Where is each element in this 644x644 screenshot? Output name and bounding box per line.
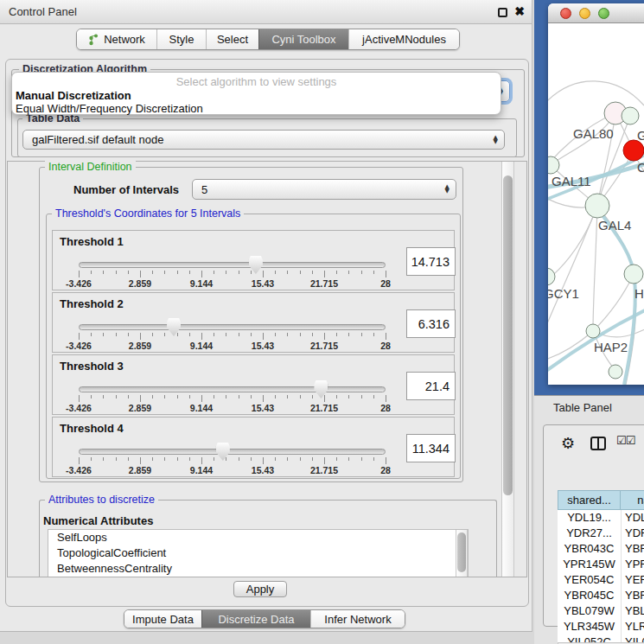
minor-tick bbox=[300, 395, 301, 399]
minor-tick bbox=[312, 395, 313, 399]
cell-name[interactable]: YDR2 bbox=[621, 526, 644, 541]
minor-tick bbox=[287, 271, 288, 274]
threshold-value-field[interactable]: 6.316 bbox=[406, 309, 456, 338]
table-data-combobox[interactable]: galFiltered.sif default node ▲▼ bbox=[22, 130, 505, 150]
network-node-ga[interactable] bbox=[622, 107, 639, 124]
minor-tick bbox=[287, 457, 288, 461]
cell-name[interactable]: YDL1 bbox=[621, 510, 644, 526]
cell-shared-name[interactable]: YBR045C bbox=[558, 588, 621, 603]
threshold-slider-track[interactable] bbox=[79, 262, 386, 268]
attribute-list-item[interactable]: BetweennessCentrality bbox=[48, 561, 468, 577]
tab-network[interactable]: Network bbox=[77, 29, 156, 49]
split-columns-icon[interactable] bbox=[590, 437, 606, 450]
close-icon[interactable]: ✖ bbox=[514, 4, 525, 18]
network-node-gcy1[interactable] bbox=[548, 268, 555, 285]
minor-tick bbox=[103, 395, 104, 399]
number-of-intervals-combobox[interactable]: 5 ▲▼ bbox=[192, 179, 456, 200]
tab-style[interactable]: Style bbox=[156, 29, 206, 49]
table-row[interactable]: YBR045CYBR0 bbox=[558, 588, 644, 603]
minor-tick bbox=[214, 457, 214, 461]
settings-gear-icon[interactable]: ⚙ bbox=[561, 434, 575, 452]
minor-tick bbox=[361, 395, 362, 399]
threshold-slider-thumb[interactable] bbox=[216, 443, 230, 461]
apply-button[interactable]: Apply bbox=[233, 581, 287, 597]
minor-tick bbox=[128, 395, 129, 399]
close-traffic-light-icon[interactable] bbox=[560, 8, 571, 19]
algorithm-option[interactable]: Equal Width/Frequency Discretization bbox=[16, 102, 203, 115]
tab-select[interactable]: Select bbox=[206, 29, 258, 49]
tab-label: Network bbox=[104, 33, 145, 46]
algorithm-hint-item[interactable]: Select algorithm to view settings bbox=[12, 75, 501, 88]
tab-cyni-toolbox[interactable]: Cyni Toolbox bbox=[258, 29, 348, 49]
cell-name[interactable]: YLR3 bbox=[621, 619, 644, 634]
tick-label: 15.43 bbox=[252, 465, 274, 475]
network-node[interactable] bbox=[609, 365, 622, 379]
cell-name[interactable]: YER0 bbox=[621, 572, 644, 588]
cell-shared-name[interactable]: YDR27... bbox=[558, 526, 621, 541]
minor-tick bbox=[251, 333, 252, 336]
combo-stepper-icon: ▲▼ bbox=[494, 136, 498, 144]
minor-tick bbox=[361, 457, 362, 461]
major-tick bbox=[201, 457, 202, 464]
minor-tick bbox=[226, 333, 226, 336]
table-row[interactable]: YDR27...YDR2 bbox=[558, 526, 644, 541]
cell-shared-name[interactable]: YER054C bbox=[558, 572, 621, 588]
tick-label: 28 bbox=[380, 403, 391, 413]
tab-infer-network[interactable]: Infer Network bbox=[310, 610, 405, 628]
minimize-traffic-light-icon[interactable] bbox=[579, 8, 590, 19]
threshold-value-field[interactable]: 21.4 bbox=[406, 372, 456, 400]
network-node-gal4[interactable] bbox=[585, 194, 609, 218]
table-row[interactable]: YBL079WYBL0 bbox=[558, 603, 644, 619]
minor-tick bbox=[189, 395, 190, 399]
threshold-value-field[interactable]: 14.713 bbox=[406, 247, 456, 276]
cell-shared-name[interactable]: YPR145W bbox=[558, 557, 621, 572]
cell-shared-name[interactable]: YLR345W bbox=[558, 619, 621, 634]
tab-impute-data[interactable]: Impute Data bbox=[124, 610, 201, 628]
network-node-hap2[interactable] bbox=[586, 324, 600, 338]
float-window-icon[interactable] bbox=[498, 8, 507, 17]
network-node-c[interactable] bbox=[623, 140, 644, 161]
cell-shared-name[interactable]: YDL19... bbox=[558, 510, 621, 526]
minor-tick bbox=[239, 333, 239, 336]
column-header[interactable]: name bbox=[621, 490, 644, 510]
threshold-slider-track[interactable] bbox=[79, 324, 386, 330]
threshold-slider-thumb[interactable] bbox=[314, 380, 328, 399]
threshold-slider-track[interactable] bbox=[79, 449, 386, 455]
select-columns-checkboxes-icon[interactable]: ☑☑ bbox=[616, 434, 634, 447]
threshold-slider-track[interactable] bbox=[79, 386, 386, 392]
minor-tick bbox=[116, 395, 117, 399]
cell-name[interactable]: YBR0 bbox=[621, 588, 644, 603]
tab-jactivemnodules[interactable]: jActiveMNodules bbox=[348, 29, 459, 49]
minor-tick bbox=[91, 271, 92, 274]
attributes-list-scrollbar-thumb[interactable] bbox=[457, 532, 466, 572]
minor-tick bbox=[251, 395, 252, 399]
minor-tick bbox=[239, 457, 239, 461]
cell-name[interactable]: YBL0 bbox=[621, 603, 644, 619]
table-row[interactable]: YLR345WYLR3 bbox=[558, 619, 644, 634]
table-row[interactable]: YBR043CYBR0 bbox=[558, 541, 644, 557]
network-node-h[interactable] bbox=[624, 265, 643, 284]
cell-name[interactable]: YBR0 bbox=[621, 541, 644, 557]
algorithm-option[interactable]: Manual Discretization bbox=[16, 89, 131, 102]
network-canvas[interactable]: GAL80GACGAL11GAL4GCY1HHAP2 bbox=[548, 23, 644, 385]
cell-name[interactable]: YPR1 bbox=[621, 557, 644, 572]
node-label: HAP2 bbox=[594, 340, 628, 354]
tab-discretize-data[interactable]: Discretize Data bbox=[201, 610, 310, 628]
minor-tick bbox=[164, 457, 165, 461]
vertical-scrollbar-thumb[interactable] bbox=[503, 175, 513, 495]
tick-label: 21.715 bbox=[310, 341, 338, 351]
attribute-list-item[interactable]: TopologicalCoefficient bbox=[48, 545, 468, 561]
minor-tick bbox=[152, 271, 153, 274]
tick-label: 2.859 bbox=[129, 341, 151, 351]
tick-label: 2.859 bbox=[129, 403, 151, 413]
cell-shared-name[interactable]: YBR043C bbox=[558, 541, 621, 557]
threshold-value-field[interactable]: 11.344 bbox=[406, 434, 456, 462]
zoom-traffic-light-icon[interactable] bbox=[598, 8, 609, 19]
cell-shared-name[interactable]: YBL079W bbox=[558, 603, 621, 619]
table-row[interactable]: YER054CYER0 bbox=[558, 572, 644, 588]
table-row[interactable]: YPR145WYPR1 bbox=[558, 557, 644, 572]
threshold-slider-thumb[interactable] bbox=[167, 318, 181, 336]
table-row[interactable]: YDL19...YDL1 bbox=[558, 510, 644, 526]
attribute-list-item[interactable]: SelfLoops bbox=[48, 530, 468, 545]
column-header[interactable]: shared... bbox=[558, 490, 621, 510]
